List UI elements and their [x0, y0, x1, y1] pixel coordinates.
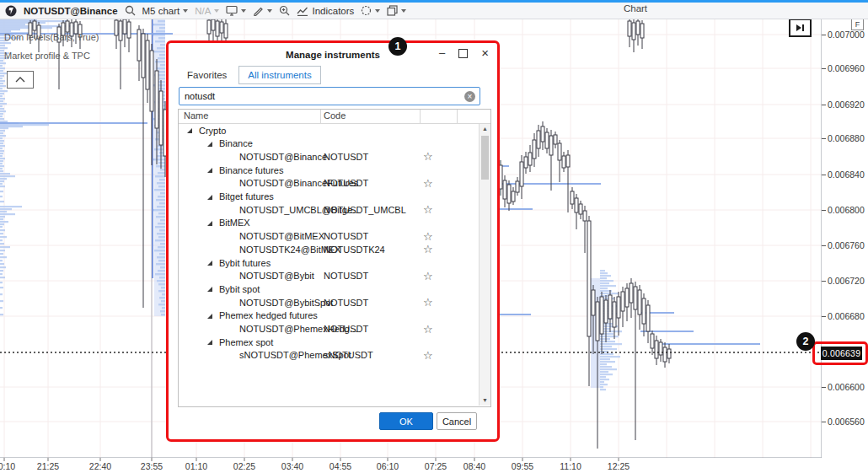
timeframe-selector[interactable]: M5 chart	[142, 6, 189, 16]
tree-group-row[interactable]: BitMEX	[179, 217, 475, 230]
price-tick-label: 0.006560	[828, 417, 865, 427]
layout-button[interactable]	[387, 5, 406, 16]
tab-all-instruments[interactable]: All instruments	[238, 66, 320, 84]
time-tick-label: 04:55	[330, 461, 351, 471]
instrument-code: NOTUSDTK24	[324, 245, 385, 255]
chart-toolbar: NOTUSDT@Binance M5 chart N/A Indicators	[0, 3, 868, 19]
expand-arrow-icon[interactable]	[207, 168, 212, 173]
cancel-button[interactable]: Cancel	[437, 412, 477, 430]
chevron-down-icon	[375, 9, 380, 13]
expand-arrow-icon[interactable]	[207, 221, 212, 226]
tab-favorites[interactable]: Favorites	[179, 67, 235, 83]
dialog-tabs: Favorites All instruments	[179, 66, 321, 84]
price-tick-mark	[822, 387, 826, 388]
scroll-up-icon[interactable]: ▲	[480, 124, 490, 134]
instrument-code: NOTUSDT	[324, 178, 368, 188]
instrument-name: Bybit spot	[219, 284, 260, 294]
chevron-down-icon	[183, 9, 188, 13]
favorite-star-icon[interactable]: ☆	[423, 177, 433, 190]
collapse-panel-button[interactable]	[7, 71, 34, 89]
panel-title: Chart	[593, 3, 678, 13]
symbol-selector[interactable]: NOTUSDT@Binance	[24, 6, 118, 16]
instrument-code: NOTUSDT	[324, 324, 368, 334]
chevron-down-icon	[267, 9, 272, 13]
instrument-code: NOTUSDT	[324, 231, 368, 241]
instrument-name: BitMEX	[219, 218, 250, 228]
templates-button[interactable]	[226, 5, 246, 16]
table-header: Name Code	[179, 110, 490, 124]
tree-instrument-row[interactable]: NOTUSDT@PhemexHedg...NOTUSDT☆	[179, 323, 475, 336]
scrollbar-thumb[interactable]	[481, 136, 489, 180]
tree-group-row[interactable]: Phemex spot	[179, 336, 475, 349]
expand-arrow-icon[interactable]	[187, 128, 192, 133]
maximize-icon[interactable]	[458, 49, 468, 58]
favorite-star-icon[interactable]: ☆	[423, 203, 433, 216]
clear-search-icon[interactable]: ×	[464, 91, 475, 102]
time-axis[interactable]: 20:1021:2522:4023:5501:1002:2503:4004:55…	[0, 458, 822, 473]
tree-group-row[interactable]: Bybit futures	[179, 256, 475, 270]
price-axis[interactable]: 0.0070000.0069600.0069200.0068800.006840…	[822, 19, 868, 458]
overlay-market-profile-label: Market profile & TPC	[4, 51, 90, 61]
tree-instrument-row[interactable]: NOTUSDT@BybitSpotNOTUSDT☆	[179, 296, 475, 309]
tree-group-row[interactable]: Binance futures	[179, 164, 475, 177]
favorite-star-icon[interactable]: ☆	[423, 349, 433, 362]
tree-instrument-row[interactable]: NOTUSDT@BitMEXNOTUSDT☆	[179, 230, 475, 244]
expand-arrow-icon[interactable]	[207, 195, 212, 200]
chevron-down-icon	[214, 9, 219, 13]
time-tick-label: 03:40	[281, 461, 303, 471]
favorite-star-icon[interactable]: ☆	[423, 243, 433, 255]
ok-button[interactable]: OK	[379, 412, 433, 430]
favorite-star-icon[interactable]: ☆	[423, 150, 433, 163]
column-header-name[interactable]: Name	[184, 110, 208, 121]
search-input[interactable]	[179, 91, 464, 101]
f-marker-icon[interactable]: F	[851, 19, 864, 30]
drawing-tools-button[interactable]	[253, 5, 272, 16]
price-tick-label: 0.006920	[828, 99, 865, 110]
column-header-code[interactable]: Code	[324, 110, 346, 121]
price-tick-label: 0.006840	[828, 169, 865, 180]
price-tick-label: 0.006960	[828, 63, 865, 73]
zoom-in-button[interactable]	[279, 5, 290, 16]
favorite-star-icon[interactable]: ☆	[423, 296, 433, 309]
indicators-button[interactable]: Indicators	[297, 6, 354, 16]
instrument-name: Binance futures	[219, 165, 283, 175]
tree-group-row[interactable]: Bitget futures	[179, 191, 475, 204]
price-tick-mark	[822, 210, 826, 211]
tree-instrument-row[interactable]: NOTUSDT_UMCBL@Bitge...NOTUSDT_UMCBL☆	[179, 203, 475, 217]
tree-group-row[interactable]: Crypto	[179, 124, 475, 137]
tree-group-row[interactable]: Bybit spot	[179, 282, 475, 296]
tree-group-row[interactable]: Binance	[179, 137, 475, 151]
instrument-name: Bybit futures	[219, 258, 271, 268]
tree-instrument-row[interactable]: NOTUSDT@BinanceFuturesNOTUSDT☆	[179, 177, 475, 191]
account-selector[interactable]: N/A	[195, 6, 219, 16]
expand-arrow-icon[interactable]	[207, 287, 212, 292]
tree-group-row[interactable]: Phemex hedged futures	[179, 309, 475, 323]
expand-arrow-icon[interactable]	[207, 142, 212, 147]
expand-arrow-icon[interactable]	[207, 314, 212, 319]
expand-arrow-icon[interactable]	[207, 261, 212, 266]
time-tick-label: 07:25	[425, 461, 447, 471]
favorite-star-icon[interactable]: ☆	[423, 323, 433, 336]
tree-instrument-row[interactable]: NOTUSDT@BybitNOTUSDT☆	[179, 270, 475, 283]
crosshair-mode-button[interactable]	[361, 5, 380, 16]
minimize-icon[interactable]: –	[439, 48, 445, 58]
go-to-realtime-button[interactable]	[789, 19, 812, 37]
time-tick-label: 01:10	[185, 461, 207, 471]
price-tick-mark	[822, 138, 826, 139]
price-tick-mark	[822, 105, 826, 105]
timeframe-label: M5 chart	[142, 6, 180, 16]
scroll-down-icon[interactable]: ▼	[480, 395, 490, 406]
tree-instrument-row[interactable]: NOTUSDT@BinanceNOTUSDT☆	[179, 150, 475, 164]
scrollbar[interactable]: ▲ ▼	[479, 124, 490, 406]
instrument-code: NOTUSDT	[324, 298, 368, 308]
instrument-code: NOTUSDT	[324, 152, 368, 162]
favorite-star-icon[interactable]: ☆	[423, 230, 433, 243]
tree-instrument-row[interactable]: sNOTUSDT@PhemexSpotsNOTUSDT☆	[179, 349, 475, 363]
close-icon[interactable]: ×	[481, 48, 489, 58]
favorite-star-icon[interactable]: ☆	[423, 270, 433, 282]
search-icon[interactable]	[125, 5, 136, 16]
expand-arrow-icon[interactable]	[207, 340, 212, 345]
tree-instrument-row[interactable]: NOTUSDTK24@BitMEXNOTUSDTK24☆	[179, 243, 475, 256]
price-tick-mark	[822, 281, 826, 282]
instrument-name: Binance	[219, 138, 253, 148]
